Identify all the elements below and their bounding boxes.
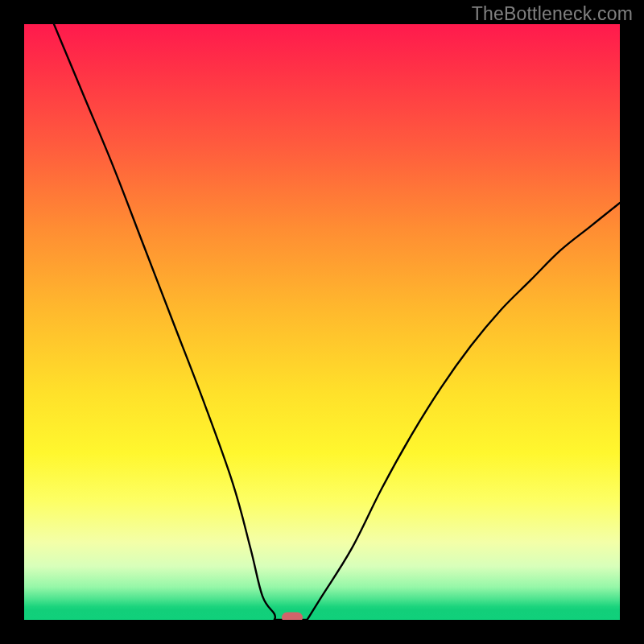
watermark-text: TheBottleneck.com [472, 3, 633, 25]
chart-frame: TheBottleneck.com [0, 0, 644, 644]
plot-area [24, 24, 620, 620]
optimal-marker [282, 613, 303, 621]
bottleneck-curve [24, 24, 620, 620]
